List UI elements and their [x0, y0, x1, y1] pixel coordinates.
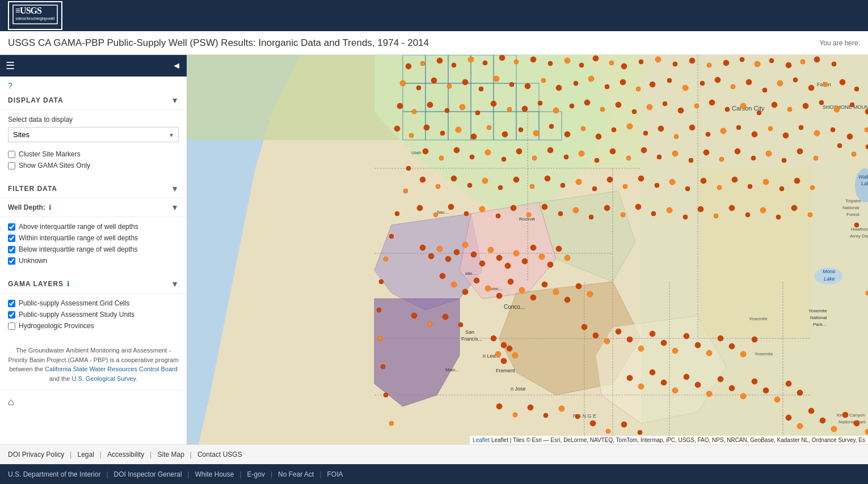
svg-point-327: [381, 364, 385, 369]
map-svg: Mono Lake Walker Lake Owen Carson City S…: [187, 55, 868, 444]
above-iqr-checkbox[interactable]: [8, 223, 15, 231]
contact-usgs-link[interactable]: Contact USGS: [197, 451, 242, 458]
white-house-link[interactable]: White House: [195, 470, 234, 478]
collapse-sidebar-icon[interactable]: ◄: [172, 61, 181, 71]
select-data-dropdown[interactable]: Sites Results: [8, 127, 179, 142]
e-gov-link[interactable]: E-gov: [247, 470, 265, 478]
site-map-link[interactable]: Site Map: [157, 451, 184, 458]
svg-point-113: [832, 62, 836, 66]
above-iqr-label[interactable]: Above interquartile range of well depths: [19, 223, 138, 231]
home-icon-bar: ⌂: [0, 390, 187, 414]
filter-data-toggle[interactable]: ▼: [171, 184, 179, 193]
svg-point-202: [752, 131, 757, 137]
svg-point-388: [496, 214, 500, 218]
svg-point-355: [797, 148, 803, 154]
gama-only-label[interactable]: Show GAMA Sites Only: [19, 162, 90, 169]
layer2-label[interactable]: Public-supply Assessment Study Units: [19, 311, 134, 319]
gama-layers-help-icon[interactable]: ℹ: [67, 280, 70, 288]
svg-point-147: [412, 109, 416, 114]
svg-point-277: [797, 423, 803, 429]
doi-ig-link[interactable]: DOI Inspector General: [114, 470, 182, 478]
svg-point-326: [378, 336, 382, 341]
gama-only-checkbox[interactable]: [8, 162, 15, 169]
svg-point-240: [553, 289, 559, 295]
layer1-checkbox[interactable]: [8, 300, 15, 307]
svg-point-223: [513, 251, 519, 256]
cluster-checkbox[interactable]: [8, 151, 15, 158]
svg-point-231: [451, 282, 457, 287]
svg-point-229: [564, 255, 570, 261]
display-data-toggle[interactable]: ▼: [171, 96, 179, 105]
svg-point-115: [416, 86, 421, 90]
svg-point-347: [672, 151, 678, 156]
below-iqr-row: Below interquartile range of well depths: [8, 245, 179, 253]
no-fear-act-link[interactable]: No Fear Act: [278, 470, 314, 478]
below-iqr-checkbox[interactable]: [8, 246, 15, 253]
svg-point-191: [581, 126, 585, 131]
within-iqr-checkbox[interactable]: [8, 235, 15, 242]
doi-privacy-link[interactable]: DOI Privacy Policy: [8, 451, 64, 458]
svg-point-245: [593, 333, 599, 338]
layer1-label[interactable]: Public-supply Assessment Grid Cells: [19, 299, 129, 307]
svg-point-136: [746, 79, 752, 85]
svg-point-197: [674, 134, 679, 139]
home-icon[interactable]: ⌂: [8, 396, 14, 407]
leaflet-link[interactable]: Leaflet: [473, 437, 490, 443]
legal-link[interactable]: Legal: [77, 451, 94, 458]
svg-text:National: National: [842, 205, 859, 210]
svg-point-194: [627, 124, 633, 129]
unknown-label[interactable]: Unknown: [19, 257, 47, 265]
svg-point-142: [840, 79, 845, 85]
well-depth-help-icon[interactable]: ℹ: [49, 203, 52, 211]
foia-link[interactable]: FOIA: [327, 470, 343, 478]
layer2-checkbox[interactable]: [8, 311, 15, 319]
svg-point-261: [638, 384, 644, 389]
svg-point-402: [714, 214, 718, 218]
svg-point-397: [635, 204, 641, 210]
help-icon[interactable]: ?: [8, 81, 12, 90]
ca-water-board-link[interactable]: California State Water Resources Control…: [45, 366, 178, 372]
svg-text:Francis...: Francis...: [461, 336, 482, 342]
svg-point-168: [740, 103, 746, 109]
cluster-row: Cluster Site Markers: [8, 150, 179, 158]
gama-layers-section-header: GAMA LAYERS ℹ ▼: [0, 274, 187, 294]
svg-point-175: [850, 103, 854, 107]
svg-point-224: [522, 258, 528, 264]
svg-point-183: [456, 127, 461, 133]
svg-point-324: [379, 279, 384, 284]
unknown-checkbox[interactable]: [8, 257, 15, 265]
well-depth-toggle[interactable]: ▼: [171, 203, 179, 212]
svg-point-333: [454, 147, 460, 153]
map-attribution: Leaflet Leaflet | Tiles © Esri — Esri, D…: [470, 436, 868, 444]
svg-point-346: [657, 155, 661, 159]
within-iqr-row: Within interquartile range of well depth…: [8, 234, 179, 242]
svg-point-331: [423, 148, 428, 154]
map-area[interactable]: Mono Lake Walker Lake Owen Carson City S…: [187, 55, 868, 444]
accessibility-link[interactable]: Accessibility: [107, 451, 144, 458]
svg-text:National: National: [810, 315, 827, 320]
usgs-link[interactable]: U.S. Geological Survey.: [71, 375, 137, 382]
svg-point-203: [768, 126, 773, 131]
doi-link[interactable]: U.S. Department of the Interior: [8, 470, 100, 478]
layer3-checkbox[interactable]: [8, 322, 15, 330]
layer3-label[interactable]: Hydrogeologic Provinces: [19, 322, 94, 330]
svg-point-391: [542, 204, 547, 210]
gama-layers-toggle[interactable]: ▼: [171, 279, 179, 288]
cluster-label[interactable]: Cluster Site Markers: [19, 150, 81, 158]
svg-text:Army Depot: Army Depot: [850, 233, 868, 239]
svg-point-131: [667, 78, 672, 83]
svg-text:National Park: National Park: [838, 419, 866, 424]
usgs-logo-box: ≡USGS science for a changing world: [8, 1, 62, 30]
svg-text:Forest: Forest: [846, 212, 859, 217]
below-iqr-label[interactable]: Below interquartile range of well depths: [19, 245, 137, 253]
svg-point-157: [570, 104, 574, 108]
svg-text:Utah: Utah: [411, 150, 421, 155]
svg-point-107: [740, 57, 744, 62]
svg-point-120: [494, 76, 499, 82]
svg-point-205: [799, 125, 803, 130]
svg-point-171: [787, 107, 792, 112]
hamburger-icon[interactable]: ☰: [6, 60, 15, 72]
svg-point-141: [823, 82, 828, 87]
within-iqr-label[interactable]: Within interquartile range of well depth…: [19, 234, 138, 242]
svg-point-384: [433, 213, 438, 217]
